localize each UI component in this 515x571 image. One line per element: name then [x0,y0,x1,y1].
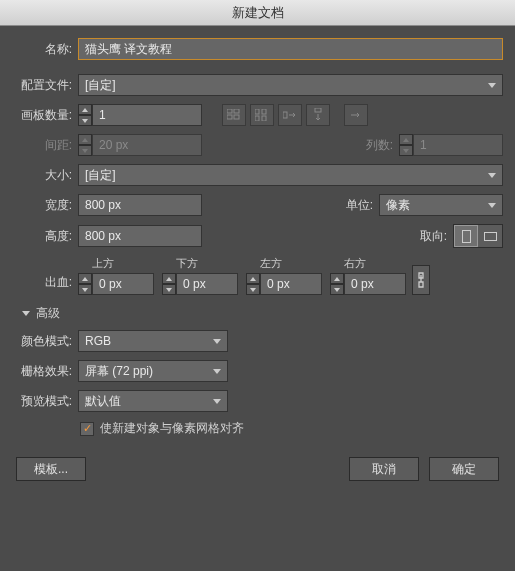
svg-rect-3 [234,115,239,119]
size-value: [自定] [85,167,116,184]
profile-label: 配置文件: [6,77,78,94]
arrange-grid-row-icon[interactable] [222,104,246,126]
bleed-right-stepper[interactable] [330,273,344,295]
svg-rect-0 [227,109,232,113]
arrange-ltr-icon[interactable] [344,104,368,126]
chevron-down-icon [213,369,221,374]
size-label: 大小: [6,167,78,184]
arrange-row-rtl-icon[interactable] [278,104,302,126]
svg-rect-5 [255,116,259,121]
raster-effect-label: 栅格效果: [6,363,78,380]
bleed-top-field[interactable] [92,273,154,295]
cancel-button[interactable]: 取消 [349,457,419,481]
chevron-down-icon [213,399,221,404]
artboard-count-stepper[interactable] [78,104,92,126]
svg-rect-4 [255,109,259,114]
height-field[interactable] [78,225,202,247]
bleed-top-label: 上方 [78,256,154,271]
chevron-down-icon [213,339,221,344]
name-label: 名称: [6,41,78,58]
bleed-left-field[interactable] [260,273,322,295]
align-pixel-grid-checkbox[interactable]: ✓ [80,422,94,436]
raster-effect-select[interactable]: 屏幕 (72 ppi) [78,360,228,382]
advanced-label: 高级 [36,305,60,322]
units-label: 单位: [346,197,379,214]
spacing-stepper [78,134,92,156]
align-pixel-grid-label: 使新建对象与像素网格对齐 [100,420,244,437]
chevron-down-icon [488,173,496,178]
svg-rect-2 [227,115,232,119]
profile-value: [自定] [85,77,116,94]
size-select[interactable]: [自定] [78,164,503,186]
spacing-label: 间距: [6,137,78,154]
chevron-down-icon [488,203,496,208]
orientation-landscape-button[interactable] [478,225,502,247]
bleed-label: 出血: [6,274,78,295]
preview-mode-select[interactable]: 默认值 [78,390,228,412]
disclosure-triangle-icon [22,311,30,316]
columns-stepper [399,134,413,156]
dialog-title: 新建文档 [0,0,515,26]
chevron-down-icon [488,83,496,88]
ok-button[interactable]: 确定 [429,457,499,481]
artboard-count-field[interactable] [92,104,202,126]
template-button[interactable]: 模板... [16,457,86,481]
bleed-bottom-field[interactable] [176,273,238,295]
preview-mode-label: 预览模式: [6,393,78,410]
svg-rect-7 [262,116,266,121]
width-label: 宽度: [6,197,78,214]
bleed-bottom-label: 下方 [162,256,238,271]
bleed-top-stepper[interactable] [78,273,92,295]
svg-rect-8 [283,112,287,118]
link-bleed-icon[interactable] [412,265,430,295]
width-field[interactable] [78,194,202,216]
columns-label: 列数: [366,137,399,154]
arrange-col-down-icon[interactable] [306,104,330,126]
orientation-label: 取向: [420,228,453,245]
spacing-field [92,134,202,156]
bleed-left-label: 左方 [246,256,322,271]
columns-field [413,134,503,156]
raster-effect-value: 屏幕 (72 ppi) [85,363,153,380]
units-select[interactable]: 像素 [379,194,503,216]
svg-rect-1 [234,109,239,113]
orientation-portrait-button[interactable] [454,225,478,247]
new-document-dialog: 名称: 配置文件: [自定] 画板数量: 间距: [0,26,515,493]
bleed-right-field[interactable] [344,273,406,295]
preview-mode-value: 默认值 [85,393,121,410]
height-label: 高度: [6,228,78,245]
bleed-bottom-stepper[interactable] [162,273,176,295]
bleed-right-label: 右方 [330,256,406,271]
color-mode-select[interactable]: RGB [78,330,228,352]
svg-rect-9 [315,108,321,112]
advanced-toggle[interactable]: 高级 [22,305,509,322]
color-mode-value: RGB [85,334,111,348]
name-field[interactable] [78,38,503,60]
bleed-left-stepper[interactable] [246,273,260,295]
color-mode-label: 颜色模式: [6,333,78,350]
profile-select[interactable]: [自定] [78,74,503,96]
artboard-count-label: 画板数量: [6,107,78,124]
units-value: 像素 [386,197,410,214]
arrange-grid-col-icon[interactable] [250,104,274,126]
svg-rect-6 [262,109,266,114]
